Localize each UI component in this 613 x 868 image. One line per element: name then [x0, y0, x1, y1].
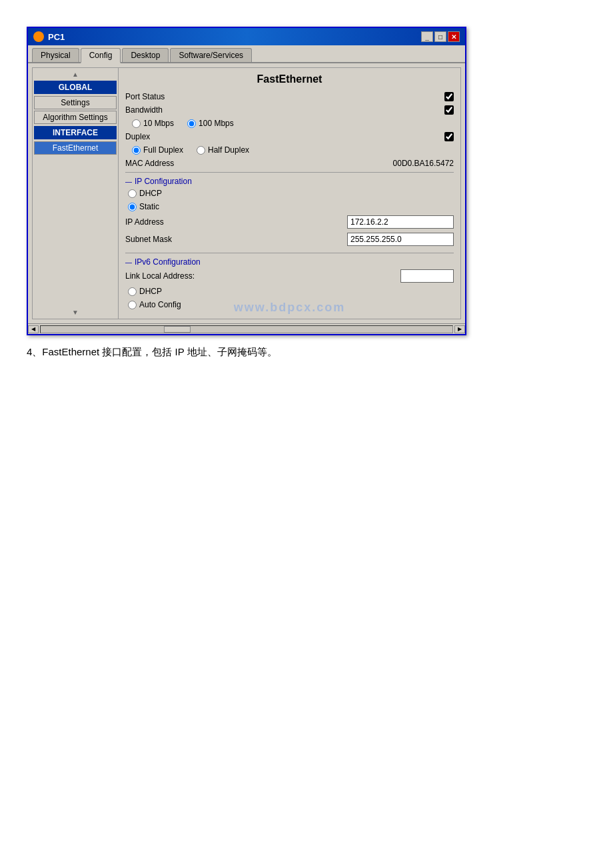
- duplex-radio-group: Full Duplex Half Duplex: [132, 145, 454, 155]
- bandwidth-100-option: 100 Mbps: [187, 119, 234, 128]
- minimize-button[interactable]: _: [421, 31, 433, 42]
- link-local-label: Link Local Address:: [125, 271, 205, 281]
- ipv6-auto-radio[interactable]: [128, 301, 137, 309]
- ip-address-input[interactable]: [347, 215, 454, 229]
- ipv6-config-label-text: IPv6 Configuration: [135, 257, 201, 267]
- sidebar-item-algorithm-settings[interactable]: Algorithm Settings: [34, 111, 117, 124]
- port-status-row: Port Status: [125, 92, 454, 101]
- static-radio[interactable]: [128, 203, 137, 211]
- sidebar-item-fastethernet[interactable]: FastEthernet: [34, 141, 117, 155]
- ipv6-auto-option: Auto Config: [128, 300, 181, 309]
- content-area: ▲ GLOBAL Settings Algorithm Settings INT…: [28, 63, 465, 323]
- bandwidth-10-option: 10 Mbps: [132, 119, 174, 128]
- ipv6-auto-label: Auto Config: [139, 300, 181, 309]
- mac-address-value: 00D0.BA16.5472: [393, 159, 454, 168]
- scroll-down-arrow[interactable]: ▼: [33, 307, 118, 317]
- subnet-mask-row: Subnet Mask: [125, 233, 454, 246]
- dhcp-label: DHCP: [139, 189, 162, 198]
- sidebar-global-header: GLOBAL: [34, 81, 117, 94]
- close-button[interactable]: ✕: [448, 31, 460, 42]
- sidebar-item-settings[interactable]: Settings: [34, 96, 117, 109]
- link-local-row: Link Local Address:: [125, 269, 454, 283]
- scroll-right-arrow[interactable]: ▶: [454, 325, 465, 333]
- ipv6-section-divider: [125, 253, 454, 253]
- port-status-checkbox[interactable]: [444, 92, 454, 101]
- sidebar-interface-header: INTERFACE: [34, 126, 117, 139]
- ip-config-section-label: IP Configuration: [125, 177, 454, 186]
- mac-address-row: MAC Address 00D0.BA16.5472: [125, 159, 454, 168]
- dhcp-option: DHCP: [128, 189, 162, 198]
- ip-address-row: IP Address: [125, 215, 454, 229]
- port-status-label: Port Status: [125, 92, 205, 101]
- bottom-scrollbar: ◀ ▶: [28, 323, 465, 334]
- static-label: Static: [139, 202, 159, 211]
- scroll-left-arrow[interactable]: ◀: [28, 325, 39, 333]
- ipv6-dhcp-radio[interactable]: [128, 287, 137, 296]
- ip-address-label: IP Address: [125, 217, 205, 227]
- tab-software-services[interactable]: Software/Services: [170, 48, 252, 62]
- subnet-mask-input[interactable]: [347, 233, 454, 246]
- ipv6-auto-row: Auto Config: [128, 300, 454, 309]
- window: PC1 _ □ ✕ Physical Config Desktop Softwa…: [27, 27, 466, 335]
- right-panel: FastEthernet Port Status Bandwidth 10 Mb…: [119, 67, 461, 319]
- duplex-row: Duplex: [125, 132, 454, 141]
- link-local-input[interactable]: [400, 269, 454, 283]
- horizontal-scrollbar-thumb[interactable]: [164, 326, 191, 333]
- half-duplex-option: Half Duplex: [197, 145, 249, 155]
- window-title: PC1: [48, 32, 65, 42]
- page-wrapper: PC1 _ □ ✕ Physical Config Desktop Softwa…: [27, 27, 586, 359]
- bandwidth-label: Bandwidth: [125, 105, 205, 115]
- ipv6-config-section-label: IPv6 Configuration: [125, 257, 454, 267]
- static-option: Static: [128, 202, 159, 211]
- caption-text: 4、FastEthernet 接口配置，包括 IP 地址、子网掩码等。: [27, 346, 277, 359]
- ipv6-dhcp-label: DHCP: [139, 287, 162, 296]
- ip-section-divider: [125, 172, 454, 173]
- tab-desktop[interactable]: Desktop: [122, 48, 169, 62]
- ip-config-label-text: IP Configuration: [135, 177, 192, 186]
- tab-config[interactable]: Config: [81, 48, 121, 63]
- window-controls: _ □ ✕: [421, 31, 460, 42]
- sidebar: ▲ GLOBAL Settings Algorithm Settings INT…: [32, 67, 119, 319]
- bandwidth-10-label: 10 Mbps: [143, 119, 174, 128]
- half-duplex-label: Half Duplex: [208, 145, 249, 155]
- app-icon: [33, 31, 44, 42]
- ipv6-dhcp-row: DHCP: [128, 287, 454, 296]
- full-duplex-label: Full Duplex: [143, 145, 183, 155]
- full-duplex-radio[interactable]: [132, 146, 141, 155]
- bandwidth-radio-group: 10 Mbps 100 Mbps: [132, 119, 454, 128]
- panel-title: FastEthernet: [125, 73, 454, 85]
- ipv6-dhcp-option: DHCP: [128, 287, 162, 296]
- duplex-label: Duplex: [125, 132, 205, 141]
- bandwidth-100-label: 100 Mbps: [199, 119, 234, 128]
- mac-address-label: MAC Address: [125, 159, 205, 168]
- bandwidth-100-radio[interactable]: [187, 119, 196, 128]
- horizontal-scrollbar-track[interactable]: [40, 325, 453, 333]
- scroll-up-arrow[interactable]: ▲: [34, 69, 117, 79]
- bandwidth-10-radio[interactable]: [132, 119, 141, 128]
- duplex-checkbox[interactable]: [444, 132, 454, 141]
- tab-physical[interactable]: Physical: [32, 48, 79, 62]
- bandwidth-row: Bandwidth: [125, 105, 454, 115]
- tab-bar: Physical Config Desktop Software/Service…: [28, 45, 465, 63]
- full-duplex-option: Full Duplex: [132, 145, 183, 155]
- ip-dhcp-row: DHCP: [128, 189, 454, 198]
- ip-static-row: Static: [128, 202, 454, 211]
- subnet-mask-label: Subnet Mask: [125, 235, 205, 244]
- bandwidth-checkbox[interactable]: [444, 105, 454, 115]
- half-duplex-radio[interactable]: [197, 146, 205, 155]
- title-bar: PC1 _ □ ✕: [28, 28, 465, 45]
- maximize-button[interactable]: □: [434, 31, 446, 42]
- dhcp-radio[interactable]: [128, 189, 137, 198]
